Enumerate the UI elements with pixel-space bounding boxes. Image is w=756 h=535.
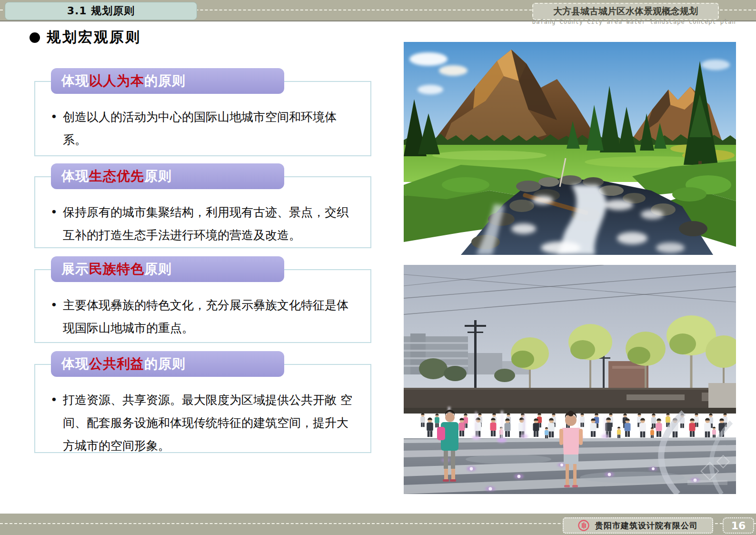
principle-4-title-post: 的原则 xyxy=(144,355,186,373)
page-number: 16 xyxy=(731,520,746,532)
company-name: 贵阳市建筑设计院有限公司 xyxy=(595,520,698,531)
principle-4-banner: 体现公共利益的原则 xyxy=(51,351,284,377)
mountain-stream-photo xyxy=(404,42,736,255)
page-number-badge: 16 xyxy=(723,517,754,534)
section-tab-label: 3.1 规划原则 xyxy=(67,4,135,18)
page-heading-text: 规划宏观原则 xyxy=(47,28,141,47)
principle-2-title-post: 原则 xyxy=(144,167,172,185)
page-heading: 规划宏观原则 xyxy=(30,28,141,47)
principle-3-body: 主要体现彝族的特色文化，充分展示彝族文化特征是体现国际山地城市的重点。 xyxy=(63,294,358,340)
principle-4-box: 打造资源、共享资源。最大限度为区域提供公共开敞 空间、配套服务设施和体现传统特征… xyxy=(34,364,371,453)
principle-3-banner: 展示民族特色原则 xyxy=(51,256,284,282)
principle-2-title-highlight: 生态优先 xyxy=(89,167,144,185)
principle-1-title-pre: 体现 xyxy=(61,72,89,90)
heading-bullet-icon xyxy=(30,32,40,43)
principle-1-title-post: 的原则 xyxy=(144,72,186,90)
principle-3-title-pre: 展示 xyxy=(61,260,89,278)
principle-4-title-highlight: 公共利益 xyxy=(89,355,144,373)
principle-3-title-post: 原则 xyxy=(144,260,172,278)
section-tab: 3.1 规划原则 xyxy=(5,2,197,20)
company-logo-icon xyxy=(578,520,589,531)
principle-4-title-pre: 体现 xyxy=(61,355,89,373)
principle-1-title-highlight: 以人为本 xyxy=(89,72,144,90)
principle-2-banner: 体现生态优先原则 xyxy=(51,163,284,189)
principle-1-banner: 体现以人为本的原则 xyxy=(51,68,284,94)
slide: 3.1 规划原则 大方县城古城片区水体景观概念规划 Dafang County … xyxy=(0,0,756,535)
principle-3-title-highlight: 民族特色 xyxy=(89,260,144,278)
project-title-english: Dafang County City area water landscape … xyxy=(532,19,717,25)
project-title: 大方县城古城片区水体景观概念规划 xyxy=(553,5,698,18)
principle-4-body: 打造资源、共享资源。最大限度为区域提供公共开敞 空间、配套服务设施和体现传统特征… xyxy=(63,389,358,457)
company-badge: 贵阳市建筑设计院有限公司 xyxy=(563,517,713,534)
principle-2-title-pre: 体现 xyxy=(61,167,89,185)
principle-2-body: 保持原有的城市集聚结构，利用现有古迹、景点，交织互补的打造生态手法进行环境的营造… xyxy=(63,201,358,247)
principle-1-body: 创造以人的活动为中心的国际山地城市空间和环境体系。 xyxy=(63,106,358,151)
project-title-box: 大方县城古城片区水体景观概念规划 xyxy=(532,3,719,20)
fountain-plaza-photo xyxy=(404,265,736,494)
